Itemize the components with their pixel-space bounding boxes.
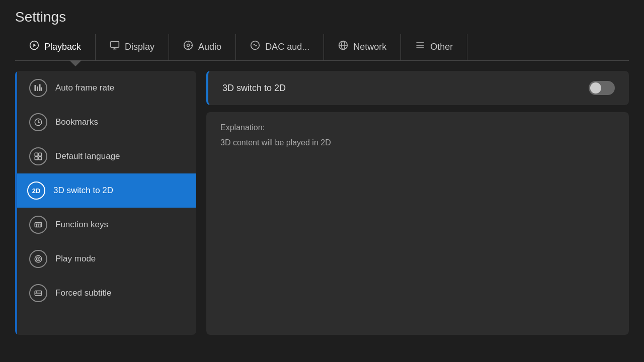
right-panel: 3D switch to 2D Explanation: 3D content … xyxy=(206,71,629,335)
svg-rect-26 xyxy=(39,157,42,160)
forced-subtitle-icon xyxy=(29,284,47,302)
svg-rect-19 xyxy=(37,86,38,91)
tab-network-label: Network xyxy=(353,42,386,52)
svg-marker-1 xyxy=(33,44,36,47)
function-keys-icon xyxy=(29,216,47,234)
tab-display-label: Display xyxy=(125,42,154,52)
sidebar-item-bookmarks[interactable]: Bookmarks xyxy=(15,105,196,139)
svg-rect-20 xyxy=(39,84,41,92)
tab-other-label: Other xyxy=(430,42,453,52)
function-keys-label: Function keys xyxy=(55,220,108,230)
svg-rect-23 xyxy=(35,153,38,156)
dac-icon xyxy=(250,40,260,53)
3d-switch-icon: 2D xyxy=(27,182,45,200)
toggle-card: 3D switch to 2D xyxy=(206,71,629,105)
forced-subtitle-label: Forced subtitle xyxy=(55,288,112,298)
page-title: Settings xyxy=(15,9,629,25)
main-content: Auto frame rate Bookmarks Default la xyxy=(0,61,644,345)
sidebar-item-auto-frame-rate[interactable]: Auto frame rate xyxy=(15,71,196,105)
tab-bar: Playback Display Audio DAC aud... Networ xyxy=(15,34,629,61)
sidebar-item-default-language[interactable]: Default language xyxy=(15,139,196,173)
tab-audio[interactable]: Audio xyxy=(169,34,236,60)
3d-switch-label: 3D switch to 2D xyxy=(53,186,113,196)
svg-point-34 xyxy=(38,258,39,259)
sidebar: Auto frame rate Bookmarks Default la xyxy=(15,71,196,335)
auto-frame-rate-label: Auto frame rate xyxy=(55,83,114,93)
auto-frame-rate-icon xyxy=(29,79,47,97)
tab-dac-label: DAC aud... xyxy=(265,42,309,52)
tab-indicator xyxy=(69,60,82,66)
explanation-text: 3D content will be played in 2D xyxy=(220,138,615,147)
bookmarks-label: Bookmarks xyxy=(55,117,98,127)
explanation-card: Explanation: 3D content will be played i… xyxy=(206,112,629,335)
play-mode-label: Play mode xyxy=(55,254,96,264)
sidebar-item-function-keys[interactable]: Function keys xyxy=(15,208,196,242)
playback-icon xyxy=(29,40,39,53)
tab-playback-label: Playback xyxy=(44,42,81,52)
tab-audio-label: Audio xyxy=(198,42,221,52)
svg-rect-18 xyxy=(35,85,36,91)
sidebar-item-play-mode[interactable]: Play mode xyxy=(15,242,196,276)
audio-icon xyxy=(183,40,193,53)
toggle-switch[interactable] xyxy=(589,81,615,95)
network-icon xyxy=(338,40,348,53)
header: Settings Playback Display Audio DAC aud.… xyxy=(0,0,644,61)
default-language-icon xyxy=(29,147,47,165)
tab-display[interactable]: Display xyxy=(96,34,169,60)
sidebar-item-forced-subtitle[interactable]: Forced subtitle xyxy=(15,276,196,310)
tab-other[interactable]: Other xyxy=(401,34,467,60)
svg-rect-21 xyxy=(41,87,42,92)
svg-rect-2 xyxy=(111,42,119,48)
tab-dac[interactable]: DAC aud... xyxy=(236,34,324,60)
display-icon xyxy=(110,40,120,53)
tab-playback[interactable]: Playback xyxy=(15,34,96,60)
tab-network[interactable]: Network xyxy=(324,34,401,60)
play-mode-icon xyxy=(29,250,47,268)
svg-point-6 xyxy=(187,44,190,47)
explanation-title: Explanation: xyxy=(220,123,615,132)
bookmarks-icon xyxy=(29,113,47,131)
svg-rect-24 xyxy=(39,153,42,156)
default-language-label: Default language xyxy=(55,151,120,161)
sidebar-item-3d-switch[interactable]: 2D 3D switch to 2D xyxy=(15,173,196,208)
svg-rect-25 xyxy=(35,157,38,160)
toggle-label: 3D switch to 2D xyxy=(222,83,286,94)
other-icon xyxy=(415,40,425,53)
